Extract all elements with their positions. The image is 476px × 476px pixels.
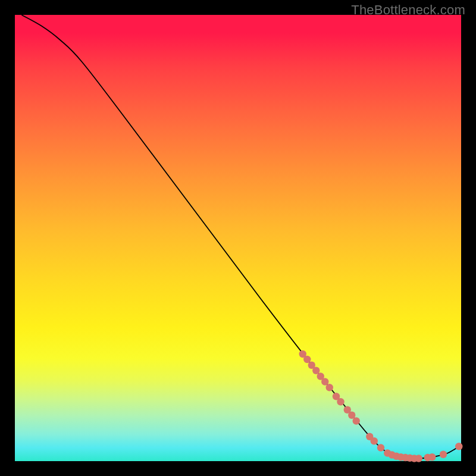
chart-markers-group [299, 350, 463, 462]
chart-marker [428, 453, 436, 461]
chart-svg-overlay [15, 15, 461, 461]
chart-marker [415, 455, 422, 462]
chart-marker [353, 417, 360, 424]
chart-marker [377, 444, 384, 451]
chart-curve [21, 15, 459, 459]
chart-marker [371, 437, 378, 444]
chart-area [15, 15, 461, 461]
chart-marker [348, 412, 355, 419]
chart-marker [321, 378, 328, 385]
chart-marker [440, 451, 447, 458]
chart-marker [326, 384, 333, 391]
chart-marker [303, 356, 311, 363]
chart-marker [455, 443, 462, 450]
chart-marker [337, 398, 344, 405]
chart-marker [312, 367, 320, 374]
